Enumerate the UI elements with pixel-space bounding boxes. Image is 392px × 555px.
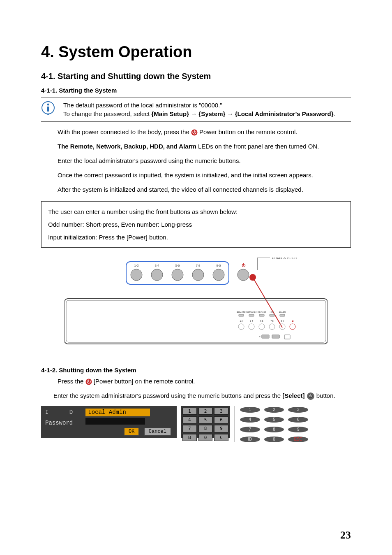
svg-text:5·6: 5·6	[261, 320, 263, 322]
svg-text:3·4: 3·4	[250, 320, 253, 322]
rkey-9[interactable]: 9	[288, 427, 308, 432]
subsection-heading-4-1-2: 4-1-2. Shutting down the System	[41, 366, 351, 374]
key-3[interactable]: 3	[214, 408, 228, 415]
login-panel: I D Local Admin Password OK Cancel	[41, 406, 177, 438]
info-note-table: The default password of the local admini…	[41, 97, 351, 122]
rkey-5[interactable]: 5	[264, 417, 284, 423]
svg-text:ALARM: ALARM	[279, 311, 286, 313]
svg-point-6	[151, 269, 163, 281]
svg-point-36	[279, 324, 285, 330]
svg-point-1	[47, 104, 49, 106]
paragraph-4: Once the correct password is inputted, t…	[41, 171, 351, 179]
svg-point-34	[259, 324, 265, 330]
info-icon	[41, 101, 55, 115]
key-b[interactable]: B	[182, 434, 197, 441]
svg-rect-21	[66, 300, 326, 342]
key-8[interactable]: 8	[198, 425, 213, 432]
svg-text:⏻: ⏻	[292, 320, 294, 322]
input-instruction-box: The user can enter a number using the fr…	[41, 201, 351, 248]
separator	[234, 406, 235, 442]
key-c[interactable]: C	[214, 434, 228, 441]
section-heading-4-1: 4-1. Starting and Shutting down the Syst…	[41, 70, 351, 82]
svg-text:Power & Select: Power & Select	[272, 258, 297, 260]
key-5[interactable]: 5	[198, 416, 213, 423]
note-line-1: The user can enter a number using the fr…	[48, 207, 344, 216]
svg-rect-46	[284, 335, 290, 339]
chapter-title: 4. System Operation	[41, 41, 351, 63]
svg-rect-31	[280, 314, 285, 316]
rkey-8[interactable]: 8	[264, 427, 284, 432]
svg-text:←: ←	[258, 334, 262, 339]
login-ui-row: I D Local Admin Password OK Cancel 1 2 3…	[41, 406, 351, 442]
key-2[interactable]: 2	[198, 408, 213, 415]
rkey-esc[interactable]: ESC	[288, 437, 308, 442]
svg-point-15	[238, 269, 249, 281]
id-label: I D	[45, 409, 82, 417]
key-4[interactable]: 4	[182, 416, 197, 423]
svg-text:3·4: 3·4	[154, 264, 159, 267]
subsection-heading-4-1-1: 4-1-1. Starting the System	[41, 86, 351, 95]
paragraph-2: The Remote, Network, Backup, HDD, and Al…	[41, 142, 351, 151]
svg-rect-45	[272, 335, 279, 338]
rkey-1[interactable]: 1	[240, 407, 260, 413]
info-line-1: The default password of the local admini…	[63, 101, 351, 109]
svg-text:9·0: 9·0	[216, 264, 221, 267]
shutdown-paragraph-2: Enter the system administrator's passwor…	[41, 391, 351, 400]
svg-text:7·8: 7·8	[196, 264, 201, 267]
svg-rect-29	[259, 314, 264, 316]
paragraph-5: After the system is initialized and star…	[41, 185, 351, 194]
rkey-7[interactable]: 7	[240, 427, 260, 432]
key-7[interactable]: 7	[182, 425, 197, 432]
rkey-3[interactable]: 3	[288, 407, 308, 413]
svg-rect-30	[270, 314, 274, 316]
key-1[interactable]: 1	[182, 408, 197, 415]
svg-point-37	[290, 324, 295, 330]
cancel-button[interactable]: Cancel	[144, 428, 171, 436]
svg-rect-20	[65, 299, 327, 344]
svg-text:7·8: 7·8	[271, 320, 274, 322]
power-icon	[191, 129, 198, 136]
svg-text:⏻: ⏻	[242, 263, 246, 267]
rkey-0[interactable]: 0	[264, 437, 284, 442]
rkey-id[interactable]: ID	[240, 437, 260, 442]
note-line-2: Odd number: Short-press, Even number: Lo…	[48, 220, 344, 229]
remote-keypad: 1 2 3 4 5 6 7 8 9 ID 0 ESC	[239, 406, 309, 442]
password-label: Password	[45, 419, 82, 427]
svg-point-33	[249, 324, 254, 330]
svg-rect-27	[239, 314, 244, 316]
svg-text:HDD: HDD	[270, 311, 274, 313]
svg-point-8	[192, 269, 204, 281]
svg-text:NETWORK: NETWORK	[246, 311, 257, 313]
svg-point-32	[238, 324, 244, 330]
power-icon	[85, 379, 92, 385]
svg-point-9	[213, 269, 224, 281]
svg-rect-2	[47, 107, 49, 111]
svg-text:1·2: 1·2	[240, 320, 243, 322]
svg-text:REMOTE: REMOTE	[237, 311, 246, 313]
password-input[interactable]	[85, 418, 145, 425]
svg-text:BACKUP: BACKUP	[258, 311, 266, 313]
key-9[interactable]: 9	[214, 425, 228, 432]
paragraph-1: With the power connected to the body, pr…	[41, 128, 351, 136]
svg-text:1·2: 1·2	[134, 264, 139, 267]
shutdown-paragraph-1: Press the [Power button] on the remote c…	[41, 377, 351, 385]
id-value[interactable]: Local Admin	[85, 409, 150, 417]
svg-rect-28	[249, 314, 254, 316]
rkey-2[interactable]: 2	[264, 407, 284, 413]
key-6[interactable]: 6	[214, 416, 228, 423]
rkey-6[interactable]: 6	[288, 417, 308, 423]
svg-point-5	[131, 269, 142, 281]
key-0[interactable]: 0	[198, 434, 213, 441]
svg-rect-44	[262, 335, 269, 338]
svg-point-35	[269, 324, 275, 330]
note-line-3: Input initialization: Press the [Power] …	[48, 233, 344, 242]
rkey-4[interactable]: 4	[240, 417, 260, 423]
svg-point-7	[172, 269, 183, 281]
paragraph-3: Enter the local administrator's password…	[41, 156, 351, 165]
front-panel-diagram: 1·2 3·4 5·6 7·8 9·0 ⏻ Power & Select REM…	[41, 258, 351, 355]
select-icon	[307, 392, 315, 400]
page-number: 23	[340, 528, 351, 543]
svg-text:9·0: 9·0	[281, 320, 284, 322]
info-line-2: To change the password, select {Main Set…	[63, 109, 351, 118]
ok-button[interactable]: OK	[124, 428, 139, 436]
